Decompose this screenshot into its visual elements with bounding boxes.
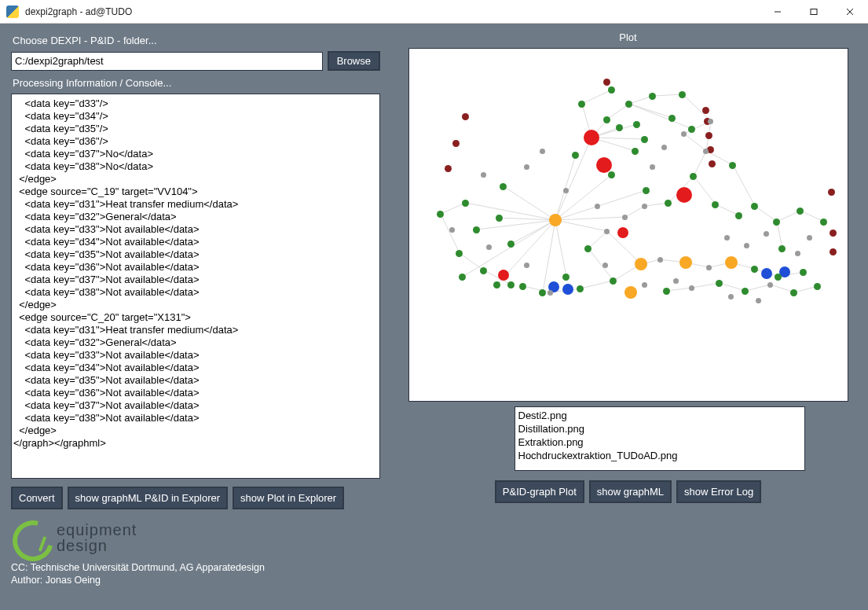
svg-line-42 xyxy=(580,281,613,288)
graph-node xyxy=(578,101,585,108)
svg-line-8 xyxy=(555,217,625,220)
graph-node xyxy=(563,188,569,193)
svg-rect-1 xyxy=(811,9,817,14)
titlebar: dexpi2graph - ad@TUDO xyxy=(0,0,868,24)
graph-node xyxy=(673,278,679,284)
app-body: Choose DEXPI - P&ID - folder... Browse P… xyxy=(0,24,868,610)
svg-line-9 xyxy=(511,220,555,244)
svg-line-6 xyxy=(555,175,612,220)
svg-line-22 xyxy=(591,138,645,139)
show-error-log-button[interactable]: show Error Log xyxy=(676,480,761,503)
graph-node xyxy=(702,107,709,114)
window-title: dexpi2graph - ad@TUDO xyxy=(25,6,132,17)
file-item[interactable]: Hochdruckextraktion_TUDoAD.png xyxy=(518,449,801,462)
graph-node xyxy=(486,244,492,250)
graph-node xyxy=(603,116,610,123)
graph-node xyxy=(679,256,692,269)
graph-node xyxy=(642,282,647,288)
file-item[interactable]: Desti2.png xyxy=(518,409,801,422)
graph-node xyxy=(449,227,455,233)
graph-node xyxy=(462,113,469,120)
graph-node xyxy=(625,101,632,108)
graph-node xyxy=(602,263,608,268)
graph-node xyxy=(610,277,617,285)
convert-button[interactable]: Convert xyxy=(11,487,63,509)
svg-line-56 xyxy=(588,231,607,248)
svg-line-52 xyxy=(555,220,607,231)
file-item[interactable]: Extraktion.png xyxy=(518,435,801,449)
svg-line-15 xyxy=(555,220,566,277)
graph-node xyxy=(709,160,716,167)
graph-node xyxy=(519,283,526,290)
graph-node xyxy=(756,298,761,303)
svg-line-61 xyxy=(441,214,460,253)
browse-button[interactable]: Browse xyxy=(328,51,380,71)
file-item[interactable]: Distillation.png xyxy=(518,422,801,435)
file-list[interactable]: Desti2.pngDistillation.pngExtraktion.png… xyxy=(515,406,805,471)
logo-text: equipment design xyxy=(57,522,137,553)
graph-node xyxy=(496,215,503,222)
folder-path-input[interactable] xyxy=(11,52,323,71)
svg-line-48 xyxy=(667,288,692,291)
graph-node xyxy=(708,119,713,124)
graph-node xyxy=(649,93,656,100)
graph-node xyxy=(665,200,672,207)
graph-node xyxy=(712,201,719,208)
graph-node xyxy=(681,131,687,137)
graph-node xyxy=(481,172,486,178)
graph-node xyxy=(690,173,697,180)
svg-line-62 xyxy=(460,253,484,270)
svg-line-11 xyxy=(477,220,555,230)
graph-node xyxy=(577,285,584,292)
graph-node xyxy=(540,149,545,154)
graph-node xyxy=(828,189,835,196)
svg-line-55 xyxy=(684,134,706,151)
graph-node xyxy=(830,230,837,237)
graph-node xyxy=(562,284,573,295)
graph-node xyxy=(595,204,600,209)
graph-node xyxy=(507,241,515,248)
graph-node xyxy=(751,203,758,210)
show-plot-explorer-button[interactable]: show Plot in Explorer xyxy=(233,487,344,509)
logo-icon xyxy=(11,519,49,557)
graph-node xyxy=(616,124,623,131)
show-graphml-explorer-button[interactable]: show graphML P&ID in Explorer xyxy=(68,487,229,509)
graph-node xyxy=(549,214,562,226)
maximize-button[interactable] xyxy=(796,0,832,24)
graph-node xyxy=(778,245,786,252)
minimize-button[interactable] xyxy=(760,0,796,24)
choose-folder-label: Choose DEXPI - P&ID - folder... xyxy=(13,35,380,46)
graph-node xyxy=(773,219,780,226)
console-output[interactable]: <data key="d33"/> <data key="d34"/> <dat… xyxy=(11,94,380,479)
svg-line-64 xyxy=(777,222,782,248)
left-panel: Choose DEXPI - P&ID - folder... Browse P… xyxy=(11,31,380,604)
pid-graph-plot-button[interactable]: P&ID-graph Plot xyxy=(495,480,584,503)
graph-node xyxy=(624,286,637,299)
graph-node xyxy=(688,126,695,133)
graph-node xyxy=(729,162,736,169)
graph-node xyxy=(703,149,709,154)
graph-node xyxy=(689,285,694,291)
graph-node xyxy=(728,294,734,299)
graph-node xyxy=(775,274,782,281)
svg-line-66 xyxy=(733,165,755,206)
graph-node xyxy=(676,187,692,203)
console-label: Processing Information / Console... xyxy=(13,77,380,89)
graph-node xyxy=(500,183,507,190)
graph-node xyxy=(706,265,712,270)
graph-node xyxy=(596,157,612,173)
graph-node xyxy=(622,215,628,220)
graph-node xyxy=(507,281,515,288)
graph-node xyxy=(661,145,667,150)
graph-node xyxy=(584,245,591,252)
svg-line-10 xyxy=(500,218,555,220)
graph-node xyxy=(668,115,676,122)
graph-node xyxy=(452,140,460,147)
graph-node xyxy=(725,256,738,269)
show-graphml-button[interactable]: show graphML xyxy=(589,480,672,503)
close-button[interactable] xyxy=(832,0,868,24)
graph-node xyxy=(539,289,546,296)
graph-node xyxy=(608,171,615,178)
graph-node xyxy=(751,266,758,273)
graph-node xyxy=(524,164,529,170)
